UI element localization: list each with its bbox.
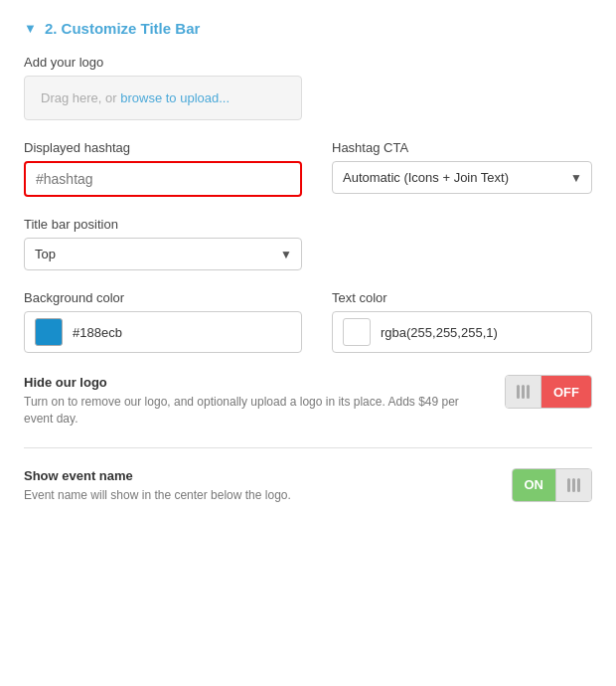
logo-browse-link[interactable]: browse to upload... <box>120 90 230 105</box>
show-event-name-toggle[interactable]: ON <box>512 468 593 502</box>
show-event-name-description: Event name will show in the center below… <box>24 487 492 504</box>
title-bar-position-select[interactable]: Top Bottom Left Right <box>24 238 302 270</box>
section-collapse-arrow[interactable]: ▼ <box>24 21 37 36</box>
background-color-label: Background color <box>24 290 302 305</box>
section-title: 2. Customize Title Bar <box>45 20 200 37</box>
hide-logo-title: Hide our logo <box>24 375 485 390</box>
background-color-field: Background color #188ecb <box>24 290 302 353</box>
hide-logo-description: Turn on to remove our logo, and optional… <box>24 394 485 428</box>
title-bar-position-label: Title bar position <box>24 217 592 232</box>
hashtag-cta-field: Hashtag CTA Automatic (Icons + Join Text… <box>332 140 592 197</box>
text-color-field: Text color rgba(255,255,255,1) <box>332 290 592 353</box>
hashtag-cta-select-wrapper: Automatic (Icons + Join Text) Icons only… <box>332 161 592 194</box>
text-color-label: Text color <box>332 290 592 305</box>
background-color-wrapper: #188ecb <box>24 311 302 353</box>
handle-bar-6 <box>577 478 580 492</box>
hide-logo-toggle-button[interactable]: OFF <box>541 375 591 409</box>
text-color-wrapper: rgba(255,255,255,1) <box>332 311 592 353</box>
text-color-swatch[interactable] <box>343 318 371 346</box>
section-header: ▼ 2. Customize Title Bar <box>24 20 592 37</box>
handle-bar-2 <box>522 385 525 399</box>
section-divider <box>24 447 592 448</box>
hashtag-label: Displayed hashtag <box>24 140 302 155</box>
logo-upload-field: Add your logo Drag here, or browse to up… <box>24 55 592 120</box>
hashtag-field: Displayed hashtag <box>24 140 302 197</box>
text-color-value: rgba(255,255,255,1) <box>381 325 498 340</box>
color-row: Background color #188ecb Text color rgba… <box>24 290 592 353</box>
logo-drag-text: Drag here, or <box>41 90 120 105</box>
title-bar-position-field: Title bar position Top Bottom Left Right… <box>24 217 592 270</box>
hashtag-cta-select[interactable]: Automatic (Icons + Join Text) Icons only… <box>332 161 592 194</box>
hide-logo-handle-left[interactable] <box>506 375 541 409</box>
show-event-name-text: Show event name Event name will show in … <box>24 468 512 504</box>
handle-bar-4 <box>567 478 570 492</box>
handle-bar-5 <box>572 478 575 492</box>
hide-logo-row: Hide our logo Turn on to remove our logo… <box>24 375 592 428</box>
handle-bar-3 <box>527 385 530 399</box>
hashtag-input[interactable] <box>24 161 302 197</box>
logo-upload-area[interactable]: Drag here, or browse to upload... <box>24 76 302 120</box>
hashtag-row: Displayed hashtag Hashtag CTA Automatic … <box>24 140 592 197</box>
hide-logo-toggle[interactable]: OFF <box>505 375 592 409</box>
background-color-value: #188ecb <box>73 325 122 340</box>
title-bar-position-select-wrapper: Top Bottom Left Right ▼ <box>24 238 302 270</box>
hide-logo-text: Hide our logo Turn on to remove our logo… <box>24 375 505 428</box>
show-event-name-handle-right[interactable] <box>555 468 591 502</box>
show-event-name-row: Show event name Event name will show in … <box>24 468 592 504</box>
logo-label: Add your logo <box>24 55 592 70</box>
hashtag-cta-label: Hashtag CTA <box>332 140 592 155</box>
show-event-name-title: Show event name <box>24 468 492 483</box>
show-event-name-toggle-button[interactable]: ON <box>513 468 556 502</box>
background-color-swatch[interactable] <box>35 318 63 346</box>
handle-bar-1 <box>517 385 520 399</box>
